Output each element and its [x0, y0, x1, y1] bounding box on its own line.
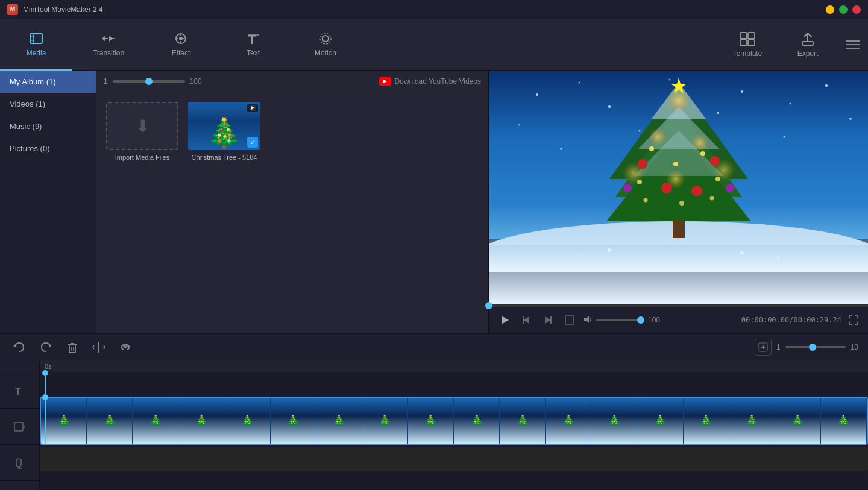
time-ruler-label	[0, 360, 39, 372]
svg-rect-69	[550, 316, 552, 324]
time-marker-0s: 0s	[45, 363, 52, 370]
svg-point-54	[700, 151, 705, 156]
toolbar-motion[interactable]: Motion	[289, 19, 362, 71]
toolbar-template[interactable]: Template	[717, 19, 778, 71]
frame-12: 🎄	[546, 398, 591, 444]
svg-rect-70	[565, 316, 574, 324]
text-icon: T	[245, 31, 261, 46]
time-display: 00:00:00.00/00:00:29.24	[741, 316, 841, 324]
toolbar-export[interactable]: Export	[778, 19, 838, 71]
zoom-max-label: 10	[851, 343, 858, 351]
split-button[interactable]	[89, 338, 108, 357]
toolbar-effect-label: Effect	[172, 49, 190, 57]
media-panel: 1 100 Download YouTube Videos ⬇ Import M…	[96, 71, 488, 333]
frame-7: 🎄	[316, 398, 362, 444]
import-media-item[interactable]: ⬇ Import Media Files	[106, 102, 178, 161]
svg-point-59	[644, 198, 648, 203]
zoom-controls: 1 10	[755, 339, 858, 356]
svg-point-28	[717, 112, 719, 114]
svg-point-23	[669, 79, 671, 81]
text-track-label: T	[0, 372, 39, 409]
sidebar-item-pictures[interactable]: Pictures (0)	[0, 137, 96, 160]
svg-rect-39	[673, 220, 685, 238]
svg-point-49	[691, 186, 702, 196]
svg-text:T: T	[248, 32, 256, 46]
playhead-video	[45, 397, 46, 445]
frame-16: 🎄	[729, 398, 775, 444]
svg-point-47	[710, 156, 720, 166]
undo-button[interactable]	[10, 338, 29, 357]
youtube-icon	[379, 77, 391, 86]
sidebar-item-music[interactable]: Music (9)	[0, 115, 96, 137]
transition-icon	[101, 31, 116, 46]
video-track: .strip-frame-inner { background: linear-…	[40, 397, 868, 445]
toolbar-transition[interactable]: Transition	[72, 19, 145, 71]
youtube-download-button[interactable]: Download YouTube Videos	[379, 77, 481, 86]
step-forward-button[interactable]	[539, 312, 556, 328]
media-toolbar: 1 100 Download YouTube Videos	[96, 71, 488, 92]
frame-10: 🎄	[454, 398, 500, 444]
step-back-button[interactable]	[518, 312, 535, 328]
toolbar-motion-label: Motion	[315, 49, 336, 57]
svg-point-31	[784, 136, 785, 138]
video-track-label	[0, 409, 39, 445]
volume-control: 100	[583, 315, 660, 326]
svg-point-48	[661, 183, 672, 193]
detach-button[interactable]	[116, 338, 135, 357]
svg-point-57	[715, 177, 720, 181]
toolbar-media[interactable]: Media	[0, 19, 72, 71]
maximize-button[interactable]	[839, 5, 848, 14]
import-thumb[interactable]: ⬇	[106, 102, 178, 150]
window-controls	[826, 5, 861, 14]
frame-8: 🎄	[362, 398, 408, 444]
sidebar: My Album (1) Videos (1) Music (9) Pictur…	[0, 71, 96, 333]
play-button[interactable]	[496, 312, 513, 328]
svg-rect-67	[523, 316, 524, 324]
timeline-toolbar: 1 10	[0, 334, 868, 360]
toolbar-text[interactable]: T Text	[217, 19, 289, 71]
minimize-button[interactable]	[826, 5, 834, 14]
svg-rect-8	[748, 33, 755, 39]
audio-track	[40, 447, 868, 471]
check-badge: ✓	[247, 137, 258, 148]
sidebar-item-videos[interactable]: Videos (1)	[0, 93, 96, 115]
time-ruler: 0s	[40, 360, 868, 372]
svg-point-64	[777, 256, 779, 259]
close-button[interactable]	[852, 5, 861, 14]
svg-point-61	[608, 248, 611, 252]
volume-slider[interactable]	[113, 80, 185, 83]
volume-icon	[583, 315, 593, 326]
preview-volume-slider[interactable]	[596, 319, 644, 321]
toolbar-effect[interactable]: Effect	[145, 19, 217, 71]
frame-6: 🎄	[271, 398, 316, 444]
motion-icon	[318, 31, 333, 46]
svg-point-27	[518, 124, 520, 126]
sidebar-item-myalbum[interactable]: My Album (1)	[0, 71, 96, 93]
zoom-min-label: 1	[776, 343, 781, 351]
svg-point-56	[637, 180, 642, 184]
svg-point-26	[825, 84, 828, 87]
preview-progress-bar[interactable]	[489, 304, 868, 307]
toolbar-menu-button[interactable]	[838, 19, 868, 71]
frame-5: 🎄	[224, 398, 270, 444]
svg-marker-68	[545, 316, 551, 324]
delete-button[interactable]	[63, 338, 82, 357]
svg-point-46	[638, 159, 647, 169]
svg-rect-10	[748, 40, 755, 46]
svg-marker-84	[24, 425, 25, 429]
xmas-media-item[interactable]: ✓ Christmas Tree - 5184	[188, 102, 260, 161]
svg-point-60	[710, 196, 714, 201]
frame-1: 🎄	[41, 398, 87, 444]
frame-15: 🎄	[684, 398, 729, 444]
import-arrow-icon: ⬇	[136, 116, 149, 136]
add-zoom-box-button[interactable]	[755, 339, 772, 356]
fit-screen-button[interactable]	[561, 312, 578, 328]
svg-point-25	[790, 103, 791, 105]
redo-button[interactable]	[36, 338, 55, 357]
zoom-slider[interactable]	[785, 346, 846, 348]
svg-rect-74	[69, 345, 75, 353]
svg-point-32	[849, 118, 852, 120]
toolbar-right: Template Export	[717, 19, 868, 71]
fullscreen-button[interactable]	[846, 313, 861, 327]
svg-point-2	[179, 37, 183, 40]
